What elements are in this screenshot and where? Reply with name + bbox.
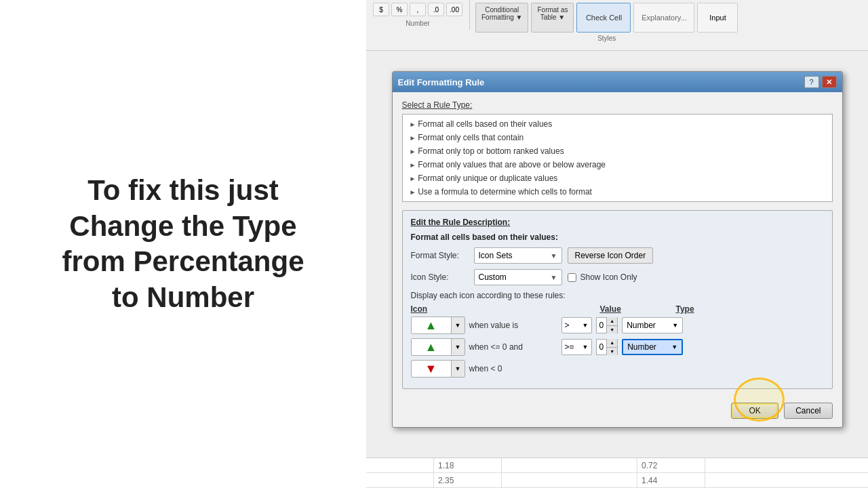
icon-row1-arrow[interactable]: ▼ — [451, 317, 465, 334]
format-style-dropdown[interactable]: Icon Sets ▼ — [474, 247, 562, 264]
icon-rule-row-1: ▲ ▼ when value is > ▼ 0 ▲ ▼ — [411, 317, 824, 334]
icon-col-header: Icon — [411, 304, 469, 314]
dec-increase-btn[interactable]: .00 — [446, 3, 462, 16]
show-icon-only-checkbox[interactable] — [568, 273, 576, 282]
rule-item-4[interactable]: Format only unique or duplicate values — [406, 171, 829, 185]
type-col-header: Type — [676, 304, 694, 314]
row2-value-input[interactable]: 0 ▲ ▼ — [596, 339, 618, 355]
left-panel: To fix this just Change the Type from Pe… — [0, 0, 366, 488]
conditional-formatting-btn[interactable]: ConditionalFormatting ▼ — [475, 3, 528, 33]
icon-rule-row-3: ▼ ▼ when < 0 — [411, 360, 824, 378]
row1-condition: when value is — [469, 321, 557, 330]
rule-type-list: Format all cells based on their values F… — [402, 114, 833, 202]
dialog-body: Select a Rule Type: Format all cells bas… — [393, 92, 842, 397]
dialog-controls: ? ✕ — [804, 76, 837, 88]
icon-row3-dropdown[interactable]: ▼ ▼ — [411, 360, 465, 378]
up-arrow-icon: ▲ — [425, 319, 437, 333]
dialog-footer: OK Cancel — [393, 397, 842, 427]
explanatory-btn[interactable]: Explanatory... — [633, 3, 694, 33]
icon-row2-dropdown[interactable]: ▲ ▼ — [411, 338, 465, 356]
dialog-titlebar: Edit Formatting Rule ? ✕ — [393, 72, 842, 92]
up-arrow-icon-2: ▲ — [425, 340, 437, 354]
cell-2-4: 1.44 — [637, 473, 705, 487]
icon-row2-arrow[interactable]: ▼ — [451, 338, 465, 356]
format-as-table-btn[interactable]: Format asTable ▼ — [531, 3, 574, 33]
percent-btn[interactable]: % — [391, 3, 408, 16]
row2-spin-up[interactable]: ▲ — [606, 339, 617, 348]
row1-operator-dropdown[interactable]: > ▼ — [561, 317, 592, 333]
show-icon-only-label: Show Icon Only — [580, 272, 637, 282]
instruction-text: To fix this just Change the Type from Pe… — [48, 159, 317, 329]
spreadsheet-bottom: 1.18 0.72 2.35 1.44 — [366, 458, 868, 488]
icon-row3-arrow[interactable]: ▼ — [451, 360, 465, 378]
display-rules-label: Display each icon according to these rul… — [411, 291, 824, 300]
row1-type-dropdown[interactable]: Number ▼ — [622, 317, 683, 333]
rule-item-2[interactable]: Format only top or bottom ranked values — [406, 144, 829, 158]
icon-row3-display: ▼ — [412, 361, 451, 378]
show-icon-only-row: Show Icon Only — [568, 272, 637, 282]
row2-spin-btns[interactable]: ▲ ▼ — [606, 339, 617, 355]
edit-description-label: Edit the Rule Description: — [411, 218, 824, 227]
icon-table-headers: Icon Value Type — [411, 304, 824, 314]
cell-1-3 — [502, 458, 637, 472]
row2-condition: when <= 0 and — [469, 342, 557, 352]
dialog-close-btn[interactable]: ✕ — [822, 76, 837, 88]
row2-spin-down[interactable]: ▼ — [606, 348, 617, 356]
check-cell-btn[interactable]: Check Cell — [576, 3, 631, 33]
cancel-button[interactable]: Cancel — [784, 403, 832, 419]
icon-row1-display: ▲ — [412, 317, 451, 334]
cell-1-1 — [366, 458, 434, 472]
value-col-header: Value — [600, 304, 661, 314]
input-btn[interactable]: Input — [697, 3, 738, 33]
row2-type-dropdown[interactable]: Number ▼ — [622, 339, 683, 355]
edit-formatting-rule-dialog: Edit Formatting Rule ? ✕ Select a Rule T… — [392, 71, 843, 428]
rule-item-0[interactable]: Format all cells based on their values — [406, 117, 829, 131]
row1-value-input[interactable]: 0 ▲ ▼ — [596, 317, 618, 333]
ok-button[interactable]: OK — [731, 403, 778, 419]
dialog-overlay: Edit Formatting Rule ? ✕ Select a Rule T… — [366, 64, 868, 471]
table-row: 2.35 1.44 — [366, 473, 868, 488]
format-style-label: Format Style: — [411, 251, 469, 260]
dialog-help-btn[interactable]: ? — [804, 76, 819, 88]
rule-item-1[interactable]: Format only cells that contain — [406, 131, 829, 144]
dollar-btn[interactable]: $ — [373, 3, 389, 16]
desc-section: Edit the Rule Description: Format all ce… — [402, 210, 833, 389]
cell-1-4: 0.72 — [637, 458, 705, 472]
comma-btn[interactable]: , — [410, 3, 426, 16]
dialog-title: Edit Formatting Rule — [398, 77, 485, 87]
number-label: Number — [406, 20, 430, 27]
rule-item-3[interactable]: Format only values that are above or bel… — [406, 158, 829, 171]
cell-2-1 — [366, 473, 434, 487]
styles-label: Styles — [597, 35, 616, 42]
styles-section: ConditionalFormatting ▼ Format asTable ▼… — [470, 0, 743, 45]
rule-item-5[interactable]: Use a formula to determine which cells t… — [406, 185, 829, 199]
icon-row2-display: ▲ — [412, 339, 451, 356]
format-style-row: Format Style: Icon Sets ▼ Reverse Icon O… — [411, 247, 824, 264]
icon-style-row: Icon Style: Custom ▼ Show Icon Only — [411, 269, 824, 285]
table-row: 1.18 0.72 — [366, 458, 868, 473]
down-arrow-icon: ▼ — [425, 362, 437, 376]
row1-spin-up[interactable]: ▲ — [606, 317, 617, 326]
cell-1-2: 1.18 — [434, 458, 502, 472]
cell-2-2: 2.35 — [434, 473, 502, 487]
row1-spin-down[interactable]: ▼ — [606, 326, 617, 334]
cell-2-3 — [502, 473, 637, 487]
number-section: $ % , .0 .00 Number — [366, 0, 470, 30]
icon-row1-dropdown[interactable]: ▲ ▼ — [411, 317, 465, 334]
icon-style-arrow-icon: ▼ — [551, 274, 557, 281]
dec-decrease-btn[interactable]: .0 — [428, 3, 444, 16]
icon-rule-row-2: ▲ ▼ when <= 0 and >= ▼ 0 ▲ ▼ — [411, 338, 824, 356]
icon-style-dropdown[interactable]: Custom ▼ — [474, 269, 562, 285]
row1-spin-btns[interactable]: ▲ ▼ — [606, 317, 617, 333]
row3-condition: when < 0 — [469, 364, 557, 373]
select-rule-type-label: Select a Rule Type: — [402, 100, 833, 110]
format-style-arrow-icon: ▼ — [551, 252, 557, 260]
icon-style-label: Icon Style: — [411, 272, 469, 282]
ribbon: $ % , .0 .00 Number ConditionalFormattin… — [366, 0, 868, 51]
row2-operator-dropdown[interactable]: >= ▼ — [561, 339, 592, 355]
reverse-icon-order-btn[interactable]: Reverse Icon Order — [568, 247, 654, 264]
format-based-label: Format all cells based on their values: — [411, 232, 824, 242]
